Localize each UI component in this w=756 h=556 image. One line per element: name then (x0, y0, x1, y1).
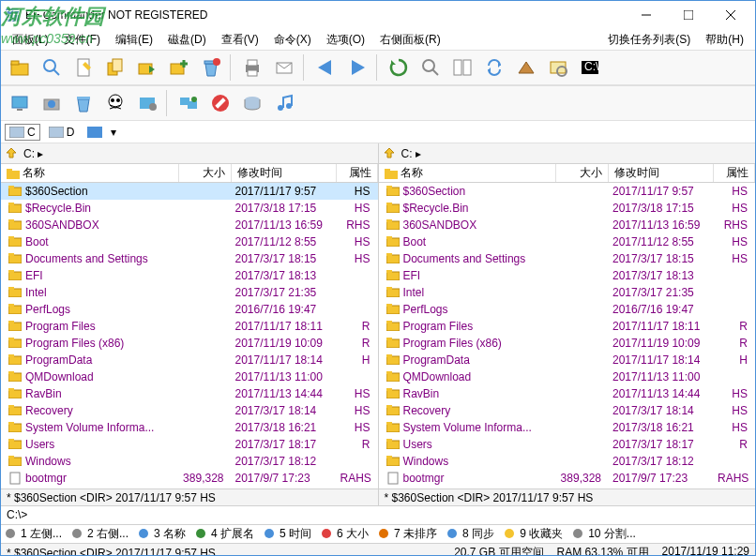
camera-button[interactable] (37, 88, 67, 118)
up-icon[interactable] (383, 146, 398, 161)
table-row[interactable]: Documents and Settings2017/3/17 18:15HS (1, 250, 378, 267)
fn-key[interactable]: 9 收藏夹 (504, 526, 563, 542)
folder-icon (8, 370, 23, 383)
table-row[interactable]: Boot2017/11/12 8:55HS (379, 233, 756, 250)
menu-item[interactable]: 选项(O) (319, 31, 372, 48)
table-row[interactable]: RavBin2017/11/13 14:44HS (379, 385, 756, 402)
compare-button[interactable] (447, 53, 477, 83)
chevron-down-icon[interactable]: ▾ (111, 126, 116, 139)
table-row[interactable]: System Volume Informa...2017/3/18 16:21H… (379, 419, 756, 436)
fn-key[interactable]: 5 时间 (264, 526, 311, 542)
table-row[interactable]: Users2017/3/17 18:17R (379, 436, 756, 453)
menu-item[interactable]: 文件(F) (56, 31, 108, 48)
table-row[interactable]: 360SANDBOX2017/11/13 16:59RHS (1, 217, 378, 233)
table-row[interactable]: $360Section2017/11/17 9:57HS (1, 183, 378, 200)
menu-item[interactable]: 磁盘(D) (160, 31, 214, 48)
quickview-button[interactable] (543, 53, 573, 83)
table-row[interactable]: EFI2017/3/17 18:13 (1, 267, 378, 284)
drive-desktop[interactable] (83, 125, 107, 140)
table-row[interactable]: Windows2017/3/17 18:12 (379, 453, 756, 470)
filter-button[interactable] (511, 53, 541, 83)
table-row[interactable]: Recovery2017/3/17 18:14HS (1, 402, 378, 419)
menu-item[interactable]: 编辑(E) (108, 31, 160, 48)
terminal-button[interactable]: C:\ (575, 53, 605, 83)
right-file-list[interactable]: $360Section2017/11/17 9:57HS$Recycle.Bin… (379, 183, 756, 488)
move-button[interactable] (132, 53, 162, 83)
table-row[interactable]: PerfLogs2016/7/16 19:47 (1, 301, 378, 318)
table-row[interactable]: Program Files2017/11/17 18:11R (379, 318, 756, 335)
menu-item[interactable]: 命令(X) (266, 31, 319, 48)
delete-button[interactable] (196, 53, 226, 83)
app-settings-button[interactable] (132, 88, 162, 118)
music-button[interactable] (269, 88, 299, 118)
table-row[interactable]: Recovery2017/3/17 18:14HS (379, 402, 756, 419)
table-row[interactable]: QMDownload2017/11/13 11:00 (1, 368, 378, 385)
minimize-button[interactable] (625, 2, 667, 28)
table-row[interactable]: PerfLogs2016/7/16 19:47 (379, 301, 756, 318)
table-row[interactable]: bootmgr389,3282017/9/7 17:23RAHS (379, 470, 756, 487)
table-row[interactable]: $360Section2017/11/17 9:57HS (379, 183, 756, 200)
menu-item[interactable]: 帮助(H) (698, 31, 751, 48)
table-row[interactable]: Documents and Settings2017/3/17 18:15HS (379, 250, 756, 267)
fn-key[interactable]: 6 大小 (321, 526, 369, 542)
search-button[interactable] (37, 53, 67, 83)
print-button[interactable] (237, 53, 267, 83)
fn-key[interactable]: 7 未排序 (378, 526, 437, 542)
mail-button[interactable] (269, 53, 299, 83)
drive-c[interactable]: C (5, 124, 40, 141)
table-row[interactable]: System Volume Informa...2017/3/18 16:21H… (1, 419, 378, 436)
screen-tool-button[interactable] (5, 88, 35, 118)
disk-button[interactable] (237, 88, 267, 118)
table-row[interactable]: bootmgr389,3282017/9/7 17:23RAHS (1, 470, 378, 487)
menu-item[interactable]: 右侧面板(R) (372, 31, 448, 48)
fn-key[interactable]: 1 左侧... (5, 526, 62, 542)
fn-key[interactable]: 10 分割... (572, 526, 636, 542)
refresh-button[interactable] (384, 53, 414, 83)
table-row[interactable]: $Recycle.Bin2017/3/18 17:15HS (1, 200, 378, 217)
table-row[interactable]: Intel2017/3/17 21:35 (1, 284, 378, 301)
left-column-header[interactable]: 名称 大小 修改时间 属性 (1, 164, 378, 183)
open-folder-button[interactable] (5, 53, 35, 83)
table-row[interactable]: ProgramData2017/11/17 18:14H (379, 352, 756, 368)
new-folder-button[interactable] (164, 53, 194, 83)
recycle-button[interactable] (68, 88, 98, 118)
copy-button[interactable] (100, 53, 130, 83)
fn-key[interactable]: 4 扩展名 (195, 526, 254, 542)
table-row[interactable]: Boot2017/11/12 8:55HS (1, 233, 378, 250)
maximize-button[interactable] (667, 2, 709, 28)
fn-key[interactable]: 8 同步 (446, 526, 494, 542)
skull-button[interactable] (100, 88, 130, 118)
right-pathbar[interactable]: C: ▸ (379, 143, 756, 164)
table-row[interactable]: ProgramData2017/11/17 18:14H (1, 352, 378, 368)
left-file-list[interactable]: $360Section2017/11/17 9:57HS$Recycle.Bin… (1, 183, 378, 488)
table-row[interactable]: $Recycle.Bin2017/3/18 17:15HS (379, 200, 756, 217)
find-button[interactable] (416, 53, 446, 83)
table-row[interactable]: Windows2017/3/17 18:12 (1, 453, 378, 470)
left-pathbar[interactable]: C: ▸ (1, 143, 378, 164)
network-button[interactable] (174, 88, 204, 118)
table-row[interactable]: Users2017/3/17 18:17R (1, 436, 378, 453)
right-column-header[interactable]: 名称 大小 修改时间 属性 (379, 164, 756, 183)
table-row[interactable]: Intel2017/3/17 21:35 (379, 284, 756, 301)
block-button[interactable] (205, 88, 235, 118)
up-icon[interactable] (5, 146, 20, 161)
table-row[interactable]: RavBin2017/11/13 14:44HS (1, 385, 378, 402)
command-line[interactable]: C:\> (1, 505, 755, 524)
fn-key[interactable]: 2 右侧... (71, 526, 129, 542)
menu-item[interactable]: 面板(L) (5, 31, 56, 48)
table-row[interactable]: Program Files (x86)2017/11/19 10:09R (1, 335, 378, 352)
table-row[interactable]: QMDownload2017/11/13 11:00 (379, 368, 756, 385)
menu-item[interactable]: 查看(V) (214, 31, 266, 48)
fn-key[interactable]: 3 名称 (138, 526, 186, 542)
close-button[interactable] (709, 2, 751, 28)
table-row[interactable]: 360SANDBOX2017/11/13 16:59RHS (379, 217, 756, 233)
edit-button[interactable] (68, 53, 98, 83)
forward-button[interactable] (342, 53, 372, 83)
drive-d[interactable]: D (44, 124, 80, 141)
sync-button[interactable] (479, 53, 509, 83)
table-row[interactable]: Program Files (x86)2017/11/19 10:09R (379, 335, 756, 352)
back-button[interactable] (310, 53, 340, 83)
menu-item[interactable]: 切换任务列表(S) (600, 31, 698, 48)
table-row[interactable]: Program Files2017/11/17 18:11R (1, 318, 378, 335)
table-row[interactable]: EFI2017/3/17 18:13 (379, 267, 756, 284)
